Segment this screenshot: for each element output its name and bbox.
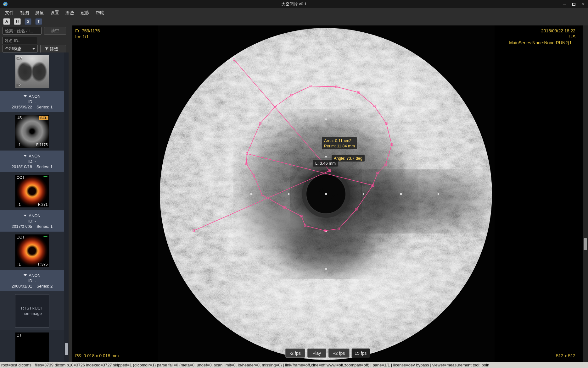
- area-measurement-label[interactable]: Area: 0.11 cm2 Perim: 11.84 mm: [322, 137, 357, 149]
- filter-button-label: 筛选...: [50, 46, 62, 52]
- menu-playback[interactable]: 播放: [62, 8, 77, 17]
- menu-measure[interactable]: 测量: [32, 8, 47, 17]
- selected-badge: SEL: [39, 116, 48, 120]
- pixel-spacing: PS: 0.018 x 0.018 mm: [75, 353, 119, 358]
- thumbnail-ct-image: CT: [15, 332, 49, 362]
- modality-select[interactable]: 全部模态: [3, 45, 38, 52]
- scale-marker: [44, 236, 48, 237]
- tool-button-t[interactable]: T: [35, 18, 42, 25]
- clear-button[interactable]: 清空: [44, 27, 66, 35]
- chevron-down-icon: [32, 48, 35, 50]
- search-input[interactable]: [3, 27, 42, 35]
- name-id-input[interactable]: [3, 37, 37, 44]
- collapse-icon: [24, 215, 27, 217]
- thumb-image-count: I:2: [17, 83, 21, 87]
- length-value: L: 3.46 mm: [315, 161, 336, 166]
- scale-marker: [44, 176, 48, 177]
- group-study-date: 2015/09/22: [12, 104, 32, 110]
- collapse-icon: [24, 95, 27, 97]
- series-group-header[interactable]: ANON ID: - 2018/10/18 Series: 1: [0, 151, 64, 172]
- modality-select-value: 全部模态: [5, 46, 21, 52]
- frame-info-overlay: Fr: 753/1175 Im: 1/1: [75, 28, 100, 40]
- viewer-scrollbar[interactable]: [583, 25, 588, 362]
- series-sidebar: 清空 全部模态 筛选... CR I:2 ANON: [0, 25, 69, 362]
- rtstruct-label: RTSTRUCT: [21, 305, 43, 311]
- group-patient-name: ANON: [29, 153, 41, 159]
- thumbnail-ct[interactable]: CT: [0, 330, 64, 362]
- sidebar-scrollbar[interactable]: [64, 52, 69, 362]
- group-study-date: 2018/10/18: [12, 164, 32, 169]
- group-patient-name: ANON: [29, 273, 41, 278]
- series-group-header[interactable]: ANON ID: - 2000/01/01 Series: 2: [0, 270, 64, 291]
- viewer-scrollbar-thumb[interactable]: [584, 238, 587, 250]
- thumb-image-count: I:1: [17, 262, 21, 266]
- group-patient-id: ID: -: [28, 219, 36, 223]
- thumb-modality-label: CT: [17, 333, 22, 338]
- group-patient-id: ID: -: [28, 159, 36, 164]
- frame-counter: Fr: 753/1175: [75, 28, 100, 34]
- tool-button-h[interactable]: H: [14, 18, 21, 25]
- series-group-header[interactable]: ANON ID: - 2015/09/22 Series: 1: [0, 91, 64, 112]
- thumbnail-cr[interactable]: CR I:2: [0, 52, 64, 91]
- menu-settings[interactable]: 设置: [47, 8, 62, 17]
- study-modality: US: [509, 34, 575, 40]
- study-datetime: 2015/09/22 18:22: [509, 28, 575, 34]
- rtstruct-placeholder: RTSTRUCT non-image: [15, 294, 49, 327]
- filter-button[interactable]: 筛选...: [40, 45, 66, 53]
- angle-value: Angle: 73.7 deg: [334, 156, 362, 161]
- play-button[interactable]: Play: [307, 349, 326, 358]
- menu-help[interactable]: 帮助: [92, 8, 108, 17]
- window-title: 大空阅片 v0.1: [0, 1, 588, 7]
- collapse-icon: [24, 155, 27, 157]
- collapse-icon: [24, 274, 27, 276]
- thumbnail-rtstruct[interactable]: RTSTRUCT non-image: [0, 291, 64, 330]
- thumbnail-oct[interactable]: OCT I:1 F:271: [0, 172, 64, 210]
- rtstruct-sublabel: non-image: [22, 311, 42, 316]
- tool-button-s[interactable]: S: [25, 18, 31, 25]
- study-info-overlay: 2015/09/22 18:22 US MainSeries:None:None…: [509, 28, 575, 46]
- slower-button[interactable]: -2 fps: [285, 349, 305, 358]
- matrix-size-overlay: 512 x 512: [556, 353, 576, 359]
- group-patient-id: ID: -: [28, 278, 36, 283]
- thumbnail-oct-image: OCT I:1 F:271: [15, 175, 49, 207]
- thumbnail-oct-image: OCT I:1 F:375: [15, 234, 49, 267]
- menu-coronary[interactable]: 冠脉: [77, 8, 92, 17]
- series-group-header[interactable]: ANON ID: - 2017/07/05 Series: 1: [0, 210, 64, 232]
- thumb-image-count: I:1: [17, 143, 21, 147]
- image-viewer[interactable]: Area: 0.11 cm2 Perim: 11.84 mm Angle: 73…: [72, 25, 583, 362]
- ultrasound-image[interactable]: [158, 25, 495, 362]
- thumb-frame-count: F:375: [38, 262, 48, 266]
- title-bar: 大空阅片 v0.1 ×: [0, 0, 588, 8]
- thumbnail-cr-image: CR I:2: [15, 55, 49, 88]
- thumb-modality-label: OCT: [17, 235, 25, 239]
- playback-controls: -2 fps Play +2 fps 15 fps: [285, 349, 370, 358]
- menu-view[interactable]: 视图: [17, 8, 32, 17]
- tool-button-a[interactable]: A: [3, 18, 10, 25]
- sidebar-scrollbar-thumb[interactable]: [65, 343, 68, 355]
- group-study-date: 2017/07/05: [12, 224, 32, 229]
- length-measurement-label[interactable]: L: 3.46 mm: [313, 160, 338, 167]
- filter-icon: [45, 47, 48, 51]
- fps-indicator: 15 fps: [351, 349, 370, 358]
- ultrasound-frame[interactable]: [158, 25, 495, 362]
- thumbnail-us[interactable]: US SEL I:1 F:1175: [0, 112, 64, 151]
- thumbnail-oct[interactable]: OCT I:1 F:375: [0, 232, 64, 270]
- status-bar: root=test dicoms | files=3739 dicom p10=…: [0, 362, 588, 368]
- group-series-count: Series: 1: [36, 104, 53, 110]
- menu-bar: 文件 视图 测量 设置 播放 冠脉 帮助: [0, 8, 588, 17]
- tool-bar: A H S T: [0, 17, 588, 25]
- perimeter-value: Perim: 11.84 mm: [324, 143, 355, 149]
- thumbnail-us-image: US SEL I:1 F:1175: [15, 115, 49, 148]
- thumb-frame-count: F:1175: [36, 143, 48, 147]
- group-patient-name: ANON: [29, 213, 41, 218]
- thumb-frame-count: F:271: [38, 202, 48, 207]
- area-value: Area: 0.11 cm2: [324, 138, 355, 143]
- series-list: CR I:2 ANON ID: - 2015/09/22 Series: 1 U…: [0, 52, 64, 362]
- thumb-modality-label: CR: [17, 56, 22, 60]
- group-series-count: Series: 2: [36, 283, 53, 289]
- thumb-modality-label: US: [17, 116, 22, 120]
- group-study-date: 2000/01/01: [12, 283, 32, 289]
- image-counter: Im: 1/1: [75, 34, 100, 40]
- faster-button[interactable]: +2 fps: [328, 349, 350, 358]
- menu-file[interactable]: 文件: [2, 8, 17, 17]
